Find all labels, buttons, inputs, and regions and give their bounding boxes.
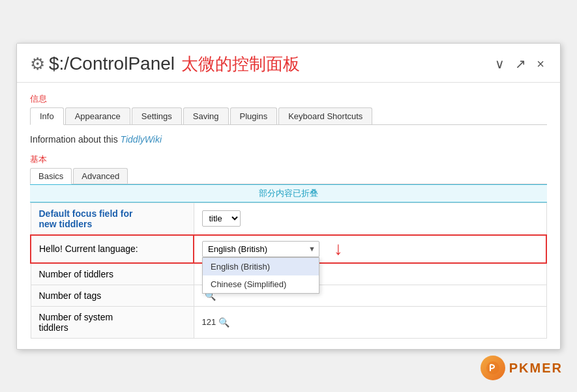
window-actions: ∨ ↗ × [492,55,547,73]
row-label-default-focus: Default focus field fornew tiddlers [31,203,194,235]
tab-plugins[interactable]: Plugins [230,107,278,124]
info-description: Information about this TiddlyWiki [30,134,547,145]
info-text-prefix: Information about this [30,134,118,145]
table-row-system-tiddlers: Number of systemtiddlers 121 🔍 [31,306,546,338]
tab-saving[interactable]: Saving [183,107,229,124]
sub-tab-bar: Basics Advanced [30,168,547,184]
row-label-language: Hello! Current language: [31,235,194,263]
default-focus-dropdown: title text tags [202,210,241,227]
tab-settings[interactable]: Settings [132,107,182,124]
row-label-num-tiddlers: Number of tiddlers [31,263,194,285]
row-value-system-tiddlers: 121 🔍 [194,306,546,338]
sub-tab-advanced[interactable]: Advanced [73,168,128,184]
table-row-language: Hello! Current language: English (Britis… [31,235,546,263]
basics-section-label: 基本 [30,154,547,165]
main-tab-bar: Info Appearance Settings Saving Plugins … [30,107,547,125]
language-dropdown-area: English (British) Chinese (Simplified) ▼… [202,241,319,257]
system-tiddlers-number: 121 [202,317,216,327]
row-label-system-tiddlers: Number of systemtiddlers [31,306,194,338]
tab-keyboard-shortcuts[interactable]: Keyboard Shortcuts [278,107,372,124]
pkmer-logo-svg [485,360,501,376]
table-row: Default focus field fornew tiddlers titl… [31,203,546,235]
app-name: $:/ControlPanel [49,53,175,74]
pkmer-logo [481,356,505,380]
main-content: 信息 Info Appearance Settings Saving Plugi… [17,83,560,349]
collapsed-bar: 部分内容已折叠 [30,184,547,203]
language-option-english[interactable]: English (British) [203,258,319,275]
tab-info[interactable]: Info [30,107,64,125]
control-panel-window: ⚙ $:/ControlPanel 太微的控制面板 ∨ ↗ × 信息 Info … [16,43,561,350]
system-zoom-icon[interactable]: 🔍 [218,317,229,328]
app-subtitle: 太微的控制面板 [181,53,300,76]
close-button[interactable]: × [534,55,547,73]
system-tiddlers-value: 121 🔍 [202,317,539,328]
info-section-label: 信息 [30,93,547,105]
sub-tab-basics[interactable]: Basics [30,168,72,184]
language-select[interactable]: English (British) Chinese (Simplified) [202,241,319,257]
gear-icon: ⚙ [30,54,45,74]
tab-appearance[interactable]: Appearance [65,107,130,124]
language-option-chinese[interactable]: Chinese (Simplified) [203,275,319,293]
resize-button[interactable]: ↗ [512,55,529,73]
title-bar: ⚙ $:/ControlPanel 太微的控制面板 ∨ ↗ × [17,44,560,83]
pkmer-text: PKMER [509,361,563,376]
row-value-default-focus: title text tags [194,203,546,235]
row-value-language: English (British) Chinese (Simplified) ▼… [194,235,546,263]
pkmer-badge: PKMER [481,356,563,380]
tiddlywiki-link[interactable]: TiddlyWiki [121,134,162,145]
default-focus-select[interactable]: title text tags [202,210,241,227]
row-label-num-tags: Number of tags [31,285,194,306]
expand-button[interactable]: ∨ [492,55,507,73]
settings-table: Default focus field fornew tiddlers titl… [30,203,547,339]
red-arrow-icon: ↓ [334,238,343,259]
language-dropdown-menu: English (British) Chinese (Simplified) [202,257,319,294]
